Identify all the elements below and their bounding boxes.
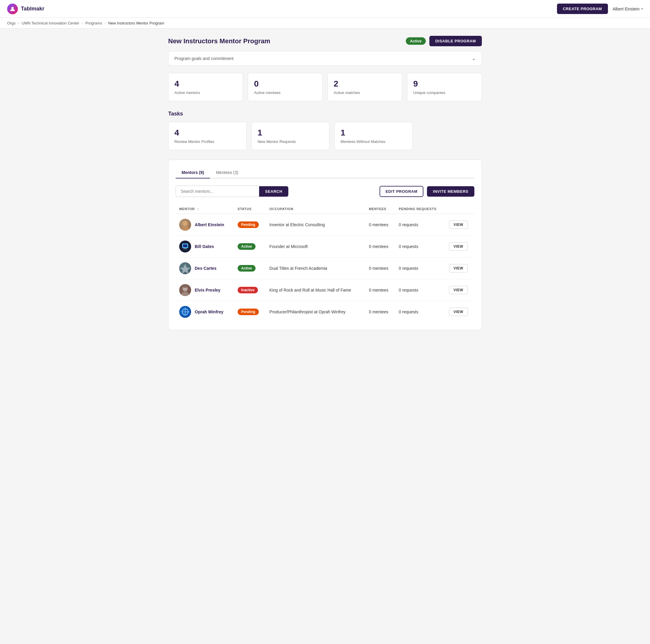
breadcrumb-sep-1: ›: [18, 21, 19, 25]
svg-point-2: [182, 227, 189, 231]
status-badge-presley: Inactive: [238, 287, 258, 293]
edit-program-button[interactable]: EDIT PROGRAM: [380, 186, 423, 197]
status-cell-descartes: Active: [234, 258, 266, 279]
col-mentees: MENTEES: [365, 204, 395, 214]
program-title: New Instructors Mentor Program: [168, 37, 270, 45]
goals-label: Program goals and commitment: [174, 56, 233, 61]
task-review-mentor-profiles[interactable]: 4 Review Mentor Profiles: [168, 122, 247, 150]
view-button-gates[interactable]: VIEW: [449, 242, 468, 251]
view-button-oprah[interactable]: VIEW: [449, 308, 468, 316]
header-actions: CREATE PROGRAM Albert Einstein ▾: [557, 4, 643, 14]
table-header: MENTOR ↑ STATUS OCCUPATION MENTEES PENDI…: [176, 204, 474, 214]
mentor-info-presley: Elvis Presley: [179, 284, 230, 296]
avatar-descartes: [179, 262, 191, 274]
stat-companies-number: 9: [413, 79, 476, 89]
breadcrumb-sep-2: ›: [82, 21, 83, 25]
task-new-mentor-requests[interactable]: 1 New Mentor Requests: [251, 122, 330, 150]
stat-matches-number: 2: [334, 79, 396, 89]
mentor-info-einstein: Albert Einstein: [179, 219, 230, 231]
action-cell-gates: VIEW: [445, 236, 474, 258]
svg-marker-6: [180, 264, 190, 274]
pending-cell-descartes: 0 requests: [395, 258, 445, 279]
sort-icon: ↑: [197, 207, 199, 211]
mentor-cell-presley: Elvis Presley: [176, 279, 234, 301]
status-badge-gates: Active: [238, 243, 256, 250]
status-badge-einstein: Pending: [238, 222, 259, 228]
pending-cell-presley: 0 requests: [395, 279, 445, 301]
breadcrumb-orgs[interactable]: Orgs: [7, 21, 15, 25]
search-button[interactable]: SEARCH: [259, 186, 288, 197]
create-program-button[interactable]: CREATE PROGRAM: [557, 4, 608, 14]
program-header: New Instructors Mentor Program Active DI…: [168, 36, 482, 46]
avatar-presley: [179, 284, 191, 296]
search-input[interactable]: [176, 185, 259, 197]
task-mentees-without-matches[interactable]: 1 Mentees Without Matches: [334, 122, 413, 150]
app-logo[interactable]: Tablmakr: [7, 4, 44, 14]
status-badge-oprah: Pending: [238, 309, 259, 315]
stat-companies-label: Unique companies: [413, 91, 476, 95]
invite-members-button[interactable]: INVITE MEMBERS: [427, 186, 474, 197]
occupation-cell-einstein: Inventor at Electric Consulting: [266, 214, 366, 236]
view-button-einstein[interactable]: VIEW: [449, 221, 468, 229]
mentees-cell-descartes: 0 mentees: [365, 258, 395, 279]
search-container: SEARCH: [176, 185, 288, 197]
logo-icon: [7, 4, 18, 14]
mentor-name-descartes: Des Cartes: [195, 266, 216, 271]
mentor-name-gates: Bill Gates: [195, 244, 214, 249]
mentor-info-gates: Bill Gates: [179, 240, 230, 252]
col-action: [445, 204, 474, 214]
stats-grid: 4 Active mentors 0 Active mentees 2 Acti…: [168, 73, 482, 101]
status-badge-descartes: Active: [238, 265, 256, 272]
pending-cell-oprah: 0 requests: [395, 301, 445, 323]
main-content: New Instructors Mentor Program Active DI…: [161, 29, 489, 337]
table-row: Bill Gates Active Founder at Microsoft 0…: [176, 236, 474, 258]
status-cell-presley: Inactive: [234, 279, 266, 301]
svg-rect-4: [183, 244, 187, 247]
stat-mentees-label: Active mentees: [254, 91, 316, 95]
col-mentor: MENTOR ↑: [176, 204, 234, 214]
stat-matches-label: Active matches: [334, 91, 396, 95]
table-row: Elvis Presley Inactive King of Rock and …: [176, 279, 474, 301]
col-occupation: OCCUPATION: [266, 204, 366, 214]
mentor-name-presley: Elvis Presley: [195, 288, 220, 293]
action-cell-oprah: VIEW: [445, 301, 474, 323]
svg-point-0: [11, 7, 14, 9]
occupation-cell-presley: King of Rock and Roll at Music Hall of F…: [266, 279, 366, 301]
avatar-einstein: [179, 219, 191, 231]
task-requests-number: 1: [258, 128, 324, 138]
table-header-row: MENTOR ↑ STATUS OCCUPATION MENTEES PENDI…: [176, 204, 474, 214]
mentor-cell-gates: Bill Gates: [176, 236, 234, 258]
tab-mentees[interactable]: Mentees (3): [210, 167, 244, 178]
stat-mentors-label: Active mentors: [174, 91, 237, 95]
app-header: Tablmakr CREATE PROGRAM Albert Einstein …: [0, 0, 650, 18]
mentees-cell-gates: 0 mentees: [365, 236, 395, 258]
svg-rect-5: [183, 248, 187, 249]
stat-unique-companies: 9 Unique companies: [407, 73, 482, 101]
col-pending: PENDING REQUESTS: [395, 204, 445, 214]
view-button-presley[interactable]: VIEW: [449, 286, 468, 294]
mentees-cell-einstein: 0 mentees: [365, 214, 395, 236]
goals-accordion[interactable]: Program goals and commitment ⌄: [168, 51, 482, 66]
task-unmatched-label: Mentees Without Matches: [340, 139, 406, 144]
avatar-gates: [179, 240, 191, 252]
stat-active-matches: 2 Active matches: [327, 73, 402, 101]
chevron-down-icon: ▾: [641, 7, 643, 10]
tab-mentors[interactable]: Mentors (9): [176, 167, 210, 178]
task-requests-label: New Mentor Requests: [258, 139, 324, 144]
mentor-name-oprah: Oprah Winfrey: [195, 309, 223, 314]
disable-program-button[interactable]: DISABLE PROGRAM: [429, 36, 482, 46]
occupation-cell-descartes: Dual Titles at French Academia: [266, 258, 366, 279]
mentor-info-descartes: Des Cartes: [179, 262, 230, 274]
members-tabs: Mentors (9) Mentees (3): [176, 167, 474, 178]
view-button-descartes[interactable]: VIEW: [449, 264, 468, 272]
user-menu[interactable]: Albert Einstein ▾: [613, 7, 643, 11]
breadcrumb-org[interactable]: UMN Technical Innovation Center: [22, 21, 79, 25]
breadcrumb-programs[interactable]: Programs: [85, 21, 102, 25]
task-review-number: 4: [174, 128, 240, 138]
app-name: Tablmakr: [21, 6, 44, 12]
table-row: Oprah Winfrey Pending Producer/Philanthr…: [176, 301, 474, 323]
task-unmatched-number: 1: [340, 128, 406, 138]
svg-point-1: [183, 221, 187, 226]
breadcrumb-current: New Instructors Mentor Program: [108, 21, 164, 25]
table-row: Albert Einstein Pending Inventor at Elec…: [176, 214, 474, 236]
